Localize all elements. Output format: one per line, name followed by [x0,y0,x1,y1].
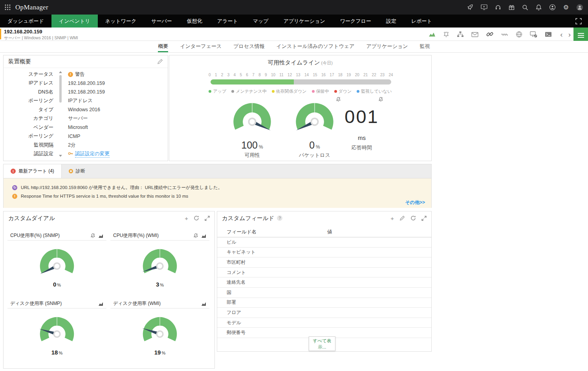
unmanage-monitor-icon[interactable] [530,31,537,38]
chart-icon[interactable] [201,301,207,306]
custom-field-row[interactable]: ビル [217,237,431,248]
edit-fields-icon[interactable] [399,215,405,221]
refresh-icon[interactable] [410,215,416,221]
threshold-bell-icon[interactable] [378,96,383,103]
help-icon[interactable]: ? [277,215,282,221]
custom-field-row[interactable]: フロア [217,308,431,318]
scroll-down-icon[interactable] [59,155,62,157]
gift-icon[interactable] [509,4,515,10]
add-field-icon[interactable]: + [390,215,394,221]
headset-icon[interactable] [495,4,501,10]
search-icon[interactable] [522,4,528,11]
user-avatar[interactable] [576,4,583,11]
rocket-icon[interactable] [467,4,473,11]
device-tab[interactable]: インターフェース [180,41,222,52]
chart-icon[interactable] [201,233,207,238]
mail-icon[interactable] [471,31,478,37]
device-menu-button[interactable] [573,28,588,41]
legend-dot [357,90,359,93]
device-tab[interactable]: プロセス情報 [233,41,264,52]
next-device-icon[interactable]: › [568,31,571,38]
gauge [219,97,286,139]
device-tab[interactable]: アプリケーション [366,41,408,52]
chart-icon[interactable] [98,301,104,306]
nav-item[interactable]: 仮想化 [180,15,210,28]
device-tab[interactable]: 概要 [158,41,168,52]
expand-icon[interactable] [205,216,210,221]
nav-item[interactable]: 設定 [379,15,404,28]
scroll-up-icon[interactable] [59,71,62,73]
alert-item[interactable]: !Response Time for HTTPS service is 1 ms… [4,192,431,200]
dial-card: ディスク使用率 (WMI) 19% [110,299,209,366]
assistant-icon[interactable] [549,4,556,11]
notifications-bell-icon[interactable] [536,4,542,11]
property-label: ポーリング [4,97,53,104]
overview-scrollbar[interactable] [59,71,62,157]
field-name: 部署 [217,299,236,306]
prev-device-icon[interactable]: ‹ [560,31,562,38]
warning-icon: ! [68,72,73,77]
app-grid-icon[interactable] [5,4,11,10]
custom-fields-title: カスタムフィールド [222,215,274,222]
property-label: 監視間隔 [4,142,53,149]
dial-card: ディスク使用率 (SNMP) 18% [7,299,106,366]
dial-value: 19% [110,349,209,356]
dial-label: CPU使用率(%) (SNMP) [10,232,60,239]
traffic-icon[interactable] [501,32,508,37]
edit-pencil-icon[interactable] [157,59,163,64]
nav-item[interactable]: アラート [210,15,245,28]
timeline-tick: 24 [389,73,393,77]
nav-item[interactable]: ダッシュボード [0,15,51,28]
topbar-left: OpManager [5,4,48,11]
nav-item[interactable]: レポート [404,15,440,28]
timeline-tick: 22 [372,73,376,77]
availability-subtitle: (今日) [321,61,333,65]
nav-item[interactable]: サーバー [144,15,180,28]
tab-latest-alerts[interactable]: ! 最新アラート (4) [4,164,62,178]
custom-field-row[interactable]: 連絡先名 [217,277,431,288]
dial-unit: % [161,351,165,355]
performance-chart-icon[interactable] [429,31,436,37]
custom-field-row[interactable]: コメント [217,268,431,278]
device-tab[interactable]: インストール済みのソフトウェア [276,41,354,52]
alert-item[interactable]: ↻URL http://192.168.200.159:8060 が使用できませ… [4,183,431,192]
status-text: 警告 [75,71,85,78]
link-icon[interactable] [486,30,494,38]
threshold-bell-icon[interactable] [193,233,198,238]
availability-timeline-bar[interactable] [211,79,391,84]
nav-item[interactable]: マップ [245,15,276,28]
show-all-button[interactable]: すべて表示... [309,336,335,351]
custom-field-row[interactable]: モデル [217,318,431,328]
more-alerts-link[interactable]: その他>> [405,199,425,206]
nav-item[interactable]: ネットワーク [98,15,144,28]
timeline-tick: 10 [271,73,275,77]
tab-diagnostics[interactable]: 診断 [62,164,92,178]
settings-gear-icon[interactable]: ⚙ [563,4,569,11]
add-dial-icon[interactable]: + [185,215,188,221]
device-tab[interactable]: 監視 [420,41,430,52]
custom-field-row[interactable]: 市区町村 [217,257,431,268]
dial-number: 0 [53,281,56,288]
remote-screen-icon[interactable] [481,4,487,10]
fullscreen-icon[interactable] [575,18,582,24]
custom-field-row[interactable]: 部署 [217,298,431,308]
device-tabs: 概要インターフェースプロセス情報インストール済みのソフトウェアアプリケーション監… [0,41,588,53]
alarms-icon[interactable] [443,31,449,37]
dial-number: 18 [51,349,58,356]
web-globe-icon[interactable] [516,31,522,38]
nav-item[interactable]: インベントリ [51,15,98,28]
terminal-icon[interactable] [545,31,552,37]
custom-field-row[interactable]: 国 [217,288,431,298]
scrollbar-thumb[interactable] [59,75,62,103]
timeline-tick: 1 [215,73,217,77]
chart-icon[interactable] [98,233,104,238]
nav-item[interactable]: ワークフロー [333,15,379,28]
expand-icon[interactable] [421,216,427,221]
nav-item[interactable]: アプリケーション [276,15,333,28]
device-property-row: カテゴリサーバー [4,114,168,123]
topology-icon[interactable] [457,31,464,37]
refresh-icon[interactable] [194,215,199,221]
credential-settings-link[interactable]: 認証設定の変更 [75,151,110,158]
custom-field-row[interactable]: キャビネット [217,248,431,258]
threshold-bell-icon[interactable] [90,233,95,238]
